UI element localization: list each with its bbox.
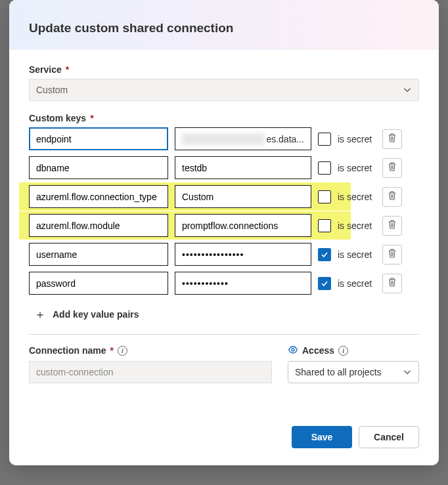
value-input[interactable] [175,185,311,208]
is-secret-label: is secret [338,221,376,231]
key-input[interactable] [29,272,168,295]
is-secret-label: is secret [338,192,376,202]
delete-row-button[interactable] [382,216,402,236]
is-secret-checkbox[interactable] [318,190,331,203]
access-label: Access i [288,345,419,356]
delete-row-button[interactable] [382,274,402,293]
delete-row-button[interactable] [382,187,402,207]
dialog-title: Update custom shared connection [29,21,419,35]
eye-icon [288,345,298,356]
info-icon[interactable]: i [118,346,127,356]
key-input[interactable] [29,185,168,208]
key-input[interactable] [29,214,168,237]
required-star: * [66,64,69,75]
delete-row-button[interactable] [382,158,402,178]
cancel-button[interactable]: Cancel [359,426,419,448]
add-key-value-button[interactable]: ＋ Add key value pairs [29,306,419,322]
dialog-body: Service* Custom Custom keys* es.data... … [9,50,439,415]
chevron-down-icon [403,368,412,377]
is-secret-checkbox[interactable] [318,219,331,232]
custom-keys-rows: es.data... is secret is secret [29,127,419,295]
custom-keys-label: Custom keys* [29,113,419,123]
service-label: Service* [29,64,419,75]
trash-icon [388,133,397,145]
key-input[interactable] [29,243,168,266]
dialog-header: Update custom shared connection [9,0,439,50]
divider [29,334,419,335]
value-input[interactable]: es.data... [175,127,311,150]
is-secret-label: is secret [338,278,376,289]
kv-row: is secret [29,272,419,295]
is-secret-checkbox[interactable] [318,248,331,261]
blurred-value [182,133,265,145]
dialog-footer: Save Cancel [9,415,439,465]
kv-row: es.data... is secret [29,127,419,150]
kv-row: is secret [29,185,419,208]
trash-icon [388,277,397,289]
is-secret-checkbox[interactable] [318,133,331,146]
add-key-value-label: Add key value pairs [53,309,139,320]
service-select[interactable]: Custom [29,79,419,101]
trash-icon [388,248,397,261]
info-icon[interactable]: i [338,346,348,356]
required-star: * [90,113,93,123]
value-input[interactable] [175,214,311,237]
chevron-down-icon [403,85,412,95]
key-input[interactable] [29,156,168,179]
bottom-row: Connection name * i custom-connection Ac… [29,345,419,383]
is-secret-checkbox[interactable] [318,277,331,290]
access-select-value: Shared to all projects [295,367,382,377]
connection-name-label: Connection name * i [29,345,288,356]
service-select-value: Custom [36,85,68,95]
delete-row-button[interactable] [382,245,402,264]
value-input[interactable] [175,243,311,266]
check-icon [321,251,328,259]
trash-icon [388,190,397,203]
kv-row: is secret [29,156,419,179]
is-secret-label: is secret [338,134,376,144]
check-icon [321,280,328,287]
connection-name-field: custom-connection [29,361,272,383]
trash-icon [388,219,397,232]
is-secret-checkbox[interactable] [318,161,331,175]
required-star: * [110,345,113,356]
save-button[interactable]: Save [292,426,352,448]
access-select[interactable]: Shared to all projects [288,361,419,383]
kv-row: is secret [29,243,419,266]
value-input[interactable] [175,156,311,179]
update-connection-dialog: Update custom shared connection Service*… [9,0,439,465]
key-input[interactable] [29,127,168,150]
trash-icon [388,161,397,174]
plus-icon: ＋ [34,306,46,322]
is-secret-label: is secret [338,249,376,260]
value-input[interactable] [175,272,311,295]
is-secret-label: is secret [338,163,376,173]
svg-point-0 [292,348,294,351]
delete-row-button[interactable] [382,129,402,149]
kv-row: is secret [29,214,419,237]
